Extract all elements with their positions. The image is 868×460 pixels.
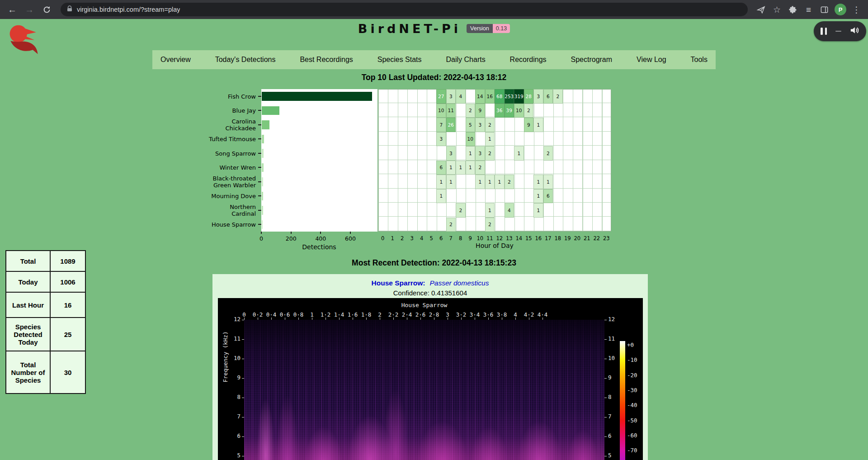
heatmap-cell: 4 xyxy=(456,89,466,104)
species-label: Mourning Dove xyxy=(184,193,256,199)
spec-time-tick xyxy=(475,318,475,320)
heatmap-cell: 2 xyxy=(485,146,495,161)
species-axis-tick xyxy=(258,195,261,196)
nav-item-best-recordings[interactable]: Best Recordings xyxy=(300,56,353,64)
hour-tick-label: 22 xyxy=(593,235,600,242)
species-common-link[interactable]: House Sparrow: xyxy=(372,279,425,287)
x-axis-tick-label: 0 xyxy=(259,235,263,242)
nav-item-view-log[interactable]: View Log xyxy=(637,56,666,64)
hour-tick-label: 1 xyxy=(391,235,394,242)
nav-item-daily-charts[interactable]: Daily Charts xyxy=(446,56,486,64)
species-latin-link[interactable]: Passer domesticus xyxy=(429,279,489,287)
spec-time-tick xyxy=(448,318,448,320)
stats-row: Today1006 xyxy=(6,271,85,292)
spec-time-tick xyxy=(326,318,326,320)
species-label: Fish Crow xyxy=(184,93,256,100)
nav-item-spectrogram[interactable]: Spectrogram xyxy=(571,56,613,64)
spec-time-label: 1·4 xyxy=(334,312,344,318)
species-label: Blue Jay xyxy=(184,107,256,114)
back-icon[interactable]: ← xyxy=(5,2,20,17)
hour-tick-label: 13 xyxy=(506,235,513,242)
nav-item-tools[interactable]: Tools xyxy=(691,56,708,64)
hour-tick-label: 12 xyxy=(496,235,503,242)
audio-player[interactable] xyxy=(814,21,866,41)
stat-label: Species Detected Today xyxy=(6,318,50,351)
heatmap-cell: 2 xyxy=(543,146,553,161)
x-axis-tick xyxy=(320,232,321,234)
spec-freq-label-left: 11 xyxy=(220,336,241,342)
x-axis-tick-label: 400 xyxy=(315,235,326,242)
nav-item-species-stats[interactable]: Species Stats xyxy=(377,56,422,64)
forward-icon[interactable]: → xyxy=(22,2,37,17)
nav-item-overview[interactable]: Overview xyxy=(160,56,191,64)
spec-time-tick xyxy=(244,318,245,320)
url-text[interactable]: virginia.birdnetpi.com/?stream=play xyxy=(77,6,180,13)
stat-value-today[interactable]: 1006 xyxy=(50,271,85,292)
hour-tick-label: 3 xyxy=(410,235,414,242)
volume-icon[interactable] xyxy=(849,26,859,37)
heatmap-cell: 3 xyxy=(436,132,446,147)
detections-bar xyxy=(262,177,263,186)
spec-freq-label-left: 6 xyxy=(220,433,241,439)
nav-item-recordings[interactable]: Recordings xyxy=(510,56,547,64)
heatmap-cell: 4 xyxy=(505,203,514,218)
spec-time-tick xyxy=(312,318,312,320)
stats-table: Total1089Today1006Last Hour16Species Det… xyxy=(5,250,86,394)
reload-icon[interactable] xyxy=(39,2,54,17)
spec-time-tick xyxy=(393,318,394,320)
spec-freq-label-right: 7 xyxy=(608,413,612,420)
hour-tick-label: 16 xyxy=(535,235,542,242)
address-bar[interactable]: virginia.birdnetpi.com/?stream=play xyxy=(61,3,748,16)
spec-freq-label-right: 8 xyxy=(608,394,612,400)
spec-time-label: 1·6 xyxy=(348,312,358,318)
heatmap-cell: 1 xyxy=(446,161,456,175)
pause-icon[interactable] xyxy=(821,28,827,35)
heatmap-cell: 1 xyxy=(485,132,495,147)
spec-freq-label-left: 10 xyxy=(220,355,241,361)
nav-item-today-s-detections[interactable]: Today's Detections xyxy=(215,56,276,64)
heatmap-cell: 10 xyxy=(514,104,524,118)
extensions-puzzle-icon[interactable] xyxy=(786,3,800,17)
spec-time-label: 0·8 xyxy=(293,312,304,318)
detection-title: House Sparrow:Passer domesticus xyxy=(212,279,648,287)
side-panel-icon[interactable] xyxy=(817,3,831,17)
spec-freq-label-left: 7 xyxy=(220,413,241,420)
spec-freq-label-left: 9 xyxy=(220,375,241,381)
hour-tick-label: 19 xyxy=(564,235,571,242)
hour-tick-label: 11 xyxy=(486,235,493,242)
heatmap-cell: 16 xyxy=(485,89,495,104)
spec-time-label: 0·6 xyxy=(280,312,290,318)
stat-value-total-number-of-species[interactable]: 30 xyxy=(50,351,85,394)
spec-time-label: 1·2 xyxy=(321,312,331,318)
spec-time-label: 0·4 xyxy=(266,312,277,318)
spec-freq-tick xyxy=(242,320,244,320)
species-axis-tick xyxy=(258,210,261,211)
species-label: CarolinaChickadee xyxy=(184,118,256,132)
heatmap-cell: 1 xyxy=(446,175,456,189)
heatmap-cell: 1 xyxy=(456,161,466,175)
reading-list-icon[interactable]: ≡ xyxy=(802,3,816,17)
spec-freq-tick xyxy=(242,436,244,437)
top10-heading: Top 10 Last Updated: 2022-04-13 18:12 xyxy=(0,73,868,82)
browser-toolbar: ← → virginia.birdnetpi.com/?stream=play … xyxy=(0,0,868,19)
version-label: Version xyxy=(467,24,493,33)
species-axis-tick xyxy=(258,181,261,182)
spectrogram-title: House Sparrow xyxy=(244,302,604,308)
hour-tick-label: 6 xyxy=(439,235,443,242)
heatmap-cell: 2 xyxy=(553,89,563,104)
spec-freq-label-right: 11 xyxy=(608,336,615,342)
species-label: House Sparrow xyxy=(184,221,256,228)
browser-menu-icon[interactable]: ⋮ xyxy=(849,3,863,17)
spec-time-label: 2·4 xyxy=(402,312,412,318)
profile-avatar[interactable]: P xyxy=(835,4,846,15)
detections-bar xyxy=(262,135,264,144)
hour-tick-label: 4 xyxy=(420,235,423,242)
heatmap-cell: 3 xyxy=(475,146,485,161)
send-to-device-icon[interactable] xyxy=(754,3,768,17)
stat-value-species-detected-today[interactable]: 25 xyxy=(50,318,85,351)
x-axis-tick xyxy=(291,232,292,234)
spec-time-label: 3·2 xyxy=(456,312,467,318)
lock-icon[interactable] xyxy=(67,5,72,14)
bookmark-star-icon[interactable]: ☆ xyxy=(770,3,784,17)
stats-row: Total Number of Species30 xyxy=(6,351,85,394)
